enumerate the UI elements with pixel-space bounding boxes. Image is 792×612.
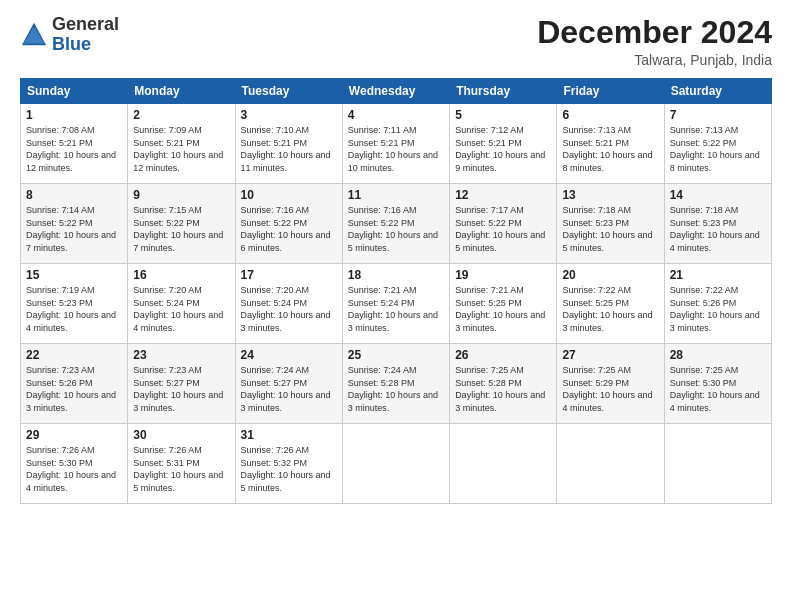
day-number: 31: [241, 428, 337, 442]
cell-w3-d5: 19 Sunrise: 7:21 AM Sunset: 5:25 PM Dayl…: [450, 264, 557, 344]
col-wednesday: Wednesday: [342, 79, 449, 104]
day-info: Sunrise: 7:25 AM Sunset: 5:30 PM Dayligh…: [670, 364, 766, 414]
cell-w4-d1: 22 Sunrise: 7:23 AM Sunset: 5:26 PM Dayl…: [21, 344, 128, 424]
day-info: Sunrise: 7:17 AM Sunset: 5:22 PM Dayligh…: [455, 204, 551, 254]
cell-w4-d6: 27 Sunrise: 7:25 AM Sunset: 5:29 PM Dayl…: [557, 344, 664, 424]
day-number: 21: [670, 268, 766, 282]
cell-w1-d6: 6 Sunrise: 7:13 AM Sunset: 5:21 PM Dayli…: [557, 104, 664, 184]
logo-general: General: [52, 14, 119, 34]
cell-w5-d3: 31 Sunrise: 7:26 AM Sunset: 5:32 PM Dayl…: [235, 424, 342, 504]
cell-w4-d5: 26 Sunrise: 7:25 AM Sunset: 5:28 PM Dayl…: [450, 344, 557, 424]
cell-w3-d3: 17 Sunrise: 7:20 AM Sunset: 5:24 PM Dayl…: [235, 264, 342, 344]
day-info: Sunrise: 7:11 AM Sunset: 5:21 PM Dayligh…: [348, 124, 444, 174]
day-number: 4: [348, 108, 444, 122]
day-info: Sunrise: 7:25 AM Sunset: 5:28 PM Dayligh…: [455, 364, 551, 414]
col-sunday: Sunday: [21, 79, 128, 104]
cell-w2-d6: 13 Sunrise: 7:18 AM Sunset: 5:23 PM Dayl…: [557, 184, 664, 264]
cell-w2-d7: 14 Sunrise: 7:18 AM Sunset: 5:23 PM Dayl…: [664, 184, 771, 264]
day-number: 9: [133, 188, 229, 202]
cell-w2-d5: 12 Sunrise: 7:17 AM Sunset: 5:22 PM Dayl…: [450, 184, 557, 264]
cell-w2-d4: 11 Sunrise: 7:16 AM Sunset: 5:22 PM Dayl…: [342, 184, 449, 264]
col-friday: Friday: [557, 79, 664, 104]
day-number: 2: [133, 108, 229, 122]
cell-w4-d3: 24 Sunrise: 7:24 AM Sunset: 5:27 PM Dayl…: [235, 344, 342, 424]
svg-marker-1: [24, 26, 45, 43]
day-info: Sunrise: 7:16 AM Sunset: 5:22 PM Dayligh…: [348, 204, 444, 254]
day-info: Sunrise: 7:24 AM Sunset: 5:28 PM Dayligh…: [348, 364, 444, 414]
day-number: 13: [562, 188, 658, 202]
day-info: Sunrise: 7:13 AM Sunset: 5:21 PM Dayligh…: [562, 124, 658, 174]
day-info: Sunrise: 7:23 AM Sunset: 5:26 PM Dayligh…: [26, 364, 122, 414]
day-number: 18: [348, 268, 444, 282]
cell-w2-d3: 10 Sunrise: 7:16 AM Sunset: 5:22 PM Dayl…: [235, 184, 342, 264]
day-number: 6: [562, 108, 658, 122]
title-block: December 2024 Talwara, Punjab, India: [537, 15, 772, 68]
cell-w3-d1: 15 Sunrise: 7:19 AM Sunset: 5:23 PM Dayl…: [21, 264, 128, 344]
day-number: 24: [241, 348, 337, 362]
cell-w2-d2: 9 Sunrise: 7:15 AM Sunset: 5:22 PM Dayli…: [128, 184, 235, 264]
day-info: Sunrise: 7:19 AM Sunset: 5:23 PM Dayligh…: [26, 284, 122, 334]
cell-w1-d3: 3 Sunrise: 7:10 AM Sunset: 5:21 PM Dayli…: [235, 104, 342, 184]
cell-w5-d5: [450, 424, 557, 504]
day-number: 1: [26, 108, 122, 122]
day-number: 20: [562, 268, 658, 282]
day-number: 26: [455, 348, 551, 362]
calendar-table: Sunday Monday Tuesday Wednesday Thursday…: [20, 78, 772, 504]
day-info: Sunrise: 7:23 AM Sunset: 5:27 PM Dayligh…: [133, 364, 229, 414]
week-row-5: 29 Sunrise: 7:26 AM Sunset: 5:30 PM Dayl…: [21, 424, 772, 504]
week-row-2: 8 Sunrise: 7:14 AM Sunset: 5:22 PM Dayli…: [21, 184, 772, 264]
cell-w1-d7: 7 Sunrise: 7:13 AM Sunset: 5:22 PM Dayli…: [664, 104, 771, 184]
cell-w5-d1: 29 Sunrise: 7:26 AM Sunset: 5:30 PM Dayl…: [21, 424, 128, 504]
day-info: Sunrise: 7:14 AM Sunset: 5:22 PM Dayligh…: [26, 204, 122, 254]
cell-w5-d2: 30 Sunrise: 7:26 AM Sunset: 5:31 PM Dayl…: [128, 424, 235, 504]
page: General Blue December 2024 Talwara, Punj…: [0, 0, 792, 612]
cell-w3-d4: 18 Sunrise: 7:21 AM Sunset: 5:24 PM Dayl…: [342, 264, 449, 344]
day-info: Sunrise: 7:15 AM Sunset: 5:22 PM Dayligh…: [133, 204, 229, 254]
cell-w3-d7: 21 Sunrise: 7:22 AM Sunset: 5:26 PM Dayl…: [664, 264, 771, 344]
day-info: Sunrise: 7:26 AM Sunset: 5:31 PM Dayligh…: [133, 444, 229, 494]
day-info: Sunrise: 7:20 AM Sunset: 5:24 PM Dayligh…: [133, 284, 229, 334]
cell-w5-d7: [664, 424, 771, 504]
cell-w3-d2: 16 Sunrise: 7:20 AM Sunset: 5:24 PM Dayl…: [128, 264, 235, 344]
day-info: Sunrise: 7:09 AM Sunset: 5:21 PM Dayligh…: [133, 124, 229, 174]
day-number: 8: [26, 188, 122, 202]
day-info: Sunrise: 7:25 AM Sunset: 5:29 PM Dayligh…: [562, 364, 658, 414]
cell-w1-d4: 4 Sunrise: 7:11 AM Sunset: 5:21 PM Dayli…: [342, 104, 449, 184]
header-row: Sunday Monday Tuesday Wednesday Thursday…: [21, 79, 772, 104]
day-info: Sunrise: 7:13 AM Sunset: 5:22 PM Dayligh…: [670, 124, 766, 174]
day-info: Sunrise: 7:18 AM Sunset: 5:23 PM Dayligh…: [562, 204, 658, 254]
cell-w4-d7: 28 Sunrise: 7:25 AM Sunset: 5:30 PM Dayl…: [664, 344, 771, 424]
day-number: 25: [348, 348, 444, 362]
logo-blue: Blue: [52, 34, 91, 54]
day-number: 17: [241, 268, 337, 282]
col-tuesday: Tuesday: [235, 79, 342, 104]
week-row-4: 22 Sunrise: 7:23 AM Sunset: 5:26 PM Dayl…: [21, 344, 772, 424]
day-number: 11: [348, 188, 444, 202]
logo-text: General Blue: [52, 15, 119, 55]
week-row-1: 1 Sunrise: 7:08 AM Sunset: 5:21 PM Dayli…: [21, 104, 772, 184]
col-thursday: Thursday: [450, 79, 557, 104]
day-number: 27: [562, 348, 658, 362]
day-info: Sunrise: 7:24 AM Sunset: 5:27 PM Dayligh…: [241, 364, 337, 414]
cell-w4-d2: 23 Sunrise: 7:23 AM Sunset: 5:27 PM Dayl…: [128, 344, 235, 424]
day-info: Sunrise: 7:22 AM Sunset: 5:25 PM Dayligh…: [562, 284, 658, 334]
day-number: 19: [455, 268, 551, 282]
day-number: 30: [133, 428, 229, 442]
logo: General Blue: [20, 15, 119, 55]
day-info: Sunrise: 7:18 AM Sunset: 5:23 PM Dayligh…: [670, 204, 766, 254]
month-title: December 2024: [537, 15, 772, 50]
day-number: 7: [670, 108, 766, 122]
day-number: 22: [26, 348, 122, 362]
day-number: 5: [455, 108, 551, 122]
cell-w4-d4: 25 Sunrise: 7:24 AM Sunset: 5:28 PM Dayl…: [342, 344, 449, 424]
day-number: 14: [670, 188, 766, 202]
day-info: Sunrise: 7:26 AM Sunset: 5:30 PM Dayligh…: [26, 444, 122, 494]
cell-w1-d1: 1 Sunrise: 7:08 AM Sunset: 5:21 PM Dayli…: [21, 104, 128, 184]
location: Talwara, Punjab, India: [537, 52, 772, 68]
day-info: Sunrise: 7:12 AM Sunset: 5:21 PM Dayligh…: [455, 124, 551, 174]
header: General Blue December 2024 Talwara, Punj…: [20, 15, 772, 68]
day-number: 23: [133, 348, 229, 362]
col-saturday: Saturday: [664, 79, 771, 104]
day-info: Sunrise: 7:10 AM Sunset: 5:21 PM Dayligh…: [241, 124, 337, 174]
day-number: 3: [241, 108, 337, 122]
